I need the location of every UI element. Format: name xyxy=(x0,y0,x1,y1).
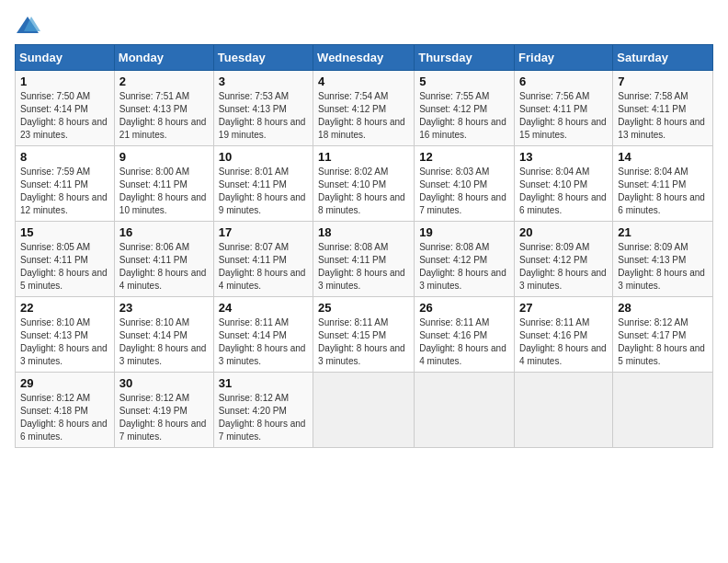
calendar-cell: 18Sunrise: 8:08 AMSunset: 4:11 PMDayligh… xyxy=(313,222,415,297)
day-info: Sunrise: 8:04 AMSunset: 4:10 PMDaylight:… xyxy=(519,166,608,217)
calendar-cell: 6Sunrise: 7:56 AMSunset: 4:11 PMDaylight… xyxy=(515,71,613,146)
day-number: 4 xyxy=(318,75,409,88)
calendar-week-row: 15Sunrise: 8:05 AMSunset: 4:11 PMDayligh… xyxy=(16,222,713,297)
day-number: 17 xyxy=(219,225,308,239)
day-number: 24 xyxy=(219,301,308,315)
days-of-week-row: SundayMondayTuesdayWednesdayThursdayFrid… xyxy=(16,45,713,71)
day-info: Sunrise: 8:11 AMSunset: 4:14 PMDaylight:… xyxy=(219,316,308,368)
day-of-week-header: Monday xyxy=(114,45,213,71)
day-info: Sunrise: 8:11 AMSunset: 4:16 PMDaylight:… xyxy=(519,316,608,368)
calendar-cell: 31Sunrise: 8:12 AMSunset: 4:20 PMDayligh… xyxy=(213,373,313,448)
day-info: Sunrise: 8:01 AMSunset: 4:11 PMDaylight:… xyxy=(219,166,308,217)
calendar-cell xyxy=(313,373,415,448)
calendar-week-row: 29Sunrise: 8:12 AMSunset: 4:18 PMDayligh… xyxy=(16,373,713,448)
day-info: Sunrise: 7:50 AMSunset: 4:14 PMDaylight:… xyxy=(20,90,109,142)
day-number: 23 xyxy=(119,301,209,315)
day-number: 29 xyxy=(20,376,109,390)
day-info: Sunrise: 8:10 AMSunset: 4:14 PMDaylight:… xyxy=(119,316,209,368)
calendar-cell: 23Sunrise: 8:10 AMSunset: 4:14 PMDayligh… xyxy=(114,297,213,373)
calendar-cell: 21Sunrise: 8:09 AMSunset: 4:13 PMDayligh… xyxy=(613,222,713,297)
day-info: Sunrise: 8:11 AMSunset: 4:16 PMDaylight:… xyxy=(419,316,509,368)
day-info: Sunrise: 8:05 AMSunset: 4:11 PMDaylight:… xyxy=(20,241,109,293)
day-info: Sunrise: 8:12 AMSunset: 4:17 PMDaylight:… xyxy=(618,316,708,368)
day-number: 25 xyxy=(318,301,409,315)
calendar-cell xyxy=(613,373,713,448)
calendar-cell: 8Sunrise: 7:59 AMSunset: 4:11 PMDaylight… xyxy=(16,146,115,222)
day-of-week-header: Wednesday xyxy=(313,45,415,71)
calendar-cell: 22Sunrise: 8:10 AMSunset: 4:13 PMDayligh… xyxy=(16,297,115,373)
day-of-week-header: Sunday xyxy=(16,45,115,71)
page-header xyxy=(15,15,713,35)
calendar-body: 1Sunrise: 7:50 AMSunset: 4:14 PMDaylight… xyxy=(16,71,713,448)
calendar-cell: 27Sunrise: 8:11 AMSunset: 4:16 PMDayligh… xyxy=(515,297,613,373)
day-number: 7 xyxy=(618,75,708,88)
day-info: Sunrise: 8:06 AMSunset: 4:11 PMDaylight:… xyxy=(119,241,209,293)
calendar-cell: 28Sunrise: 8:12 AMSunset: 4:17 PMDayligh… xyxy=(613,297,713,373)
day-info: Sunrise: 8:12 AMSunset: 4:18 PMDaylight:… xyxy=(20,392,109,443)
day-info: Sunrise: 8:04 AMSunset: 4:11 PMDaylight:… xyxy=(618,166,708,217)
calendar-week-row: 22Sunrise: 8:10 AMSunset: 4:13 PMDayligh… xyxy=(16,297,713,373)
day-number: 6 xyxy=(519,75,608,88)
day-info: Sunrise: 8:12 AMSunset: 4:19 PMDaylight:… xyxy=(119,392,209,443)
day-info: Sunrise: 7:51 AMSunset: 4:13 PMDaylight:… xyxy=(119,90,209,142)
day-number: 21 xyxy=(618,225,708,239)
day-of-week-header: Saturday xyxy=(613,45,713,71)
calendar-cell: 26Sunrise: 8:11 AMSunset: 4:16 PMDayligh… xyxy=(415,297,515,373)
day-number: 1 xyxy=(20,75,109,88)
calendar-cell: 2Sunrise: 7:51 AMSunset: 4:13 PMDaylight… xyxy=(114,71,213,146)
day-number: 3 xyxy=(219,75,308,88)
calendar-cell: 20Sunrise: 8:09 AMSunset: 4:12 PMDayligh… xyxy=(515,222,613,297)
day-info: Sunrise: 8:08 AMSunset: 4:11 PMDaylight:… xyxy=(318,241,409,293)
day-of-week-header: Tuesday xyxy=(213,45,313,71)
calendar-cell: 11Sunrise: 8:02 AMSunset: 4:10 PMDayligh… xyxy=(313,146,415,222)
day-number: 8 xyxy=(20,150,109,164)
day-number: 30 xyxy=(119,376,209,390)
day-number: 27 xyxy=(519,301,608,315)
day-info: Sunrise: 8:02 AMSunset: 4:10 PMDaylight:… xyxy=(318,166,409,217)
day-info: Sunrise: 8:07 AMSunset: 4:11 PMDaylight:… xyxy=(219,241,308,293)
logo xyxy=(15,15,44,35)
day-number: 9 xyxy=(119,150,209,164)
calendar-cell: 19Sunrise: 8:08 AMSunset: 4:12 PMDayligh… xyxy=(415,222,515,297)
calendar-cell xyxy=(415,373,515,448)
day-info: Sunrise: 7:53 AMSunset: 4:13 PMDaylight:… xyxy=(219,90,308,142)
day-number: 12 xyxy=(419,150,509,164)
calendar-cell: 5Sunrise: 7:55 AMSunset: 4:12 PMDaylight… xyxy=(415,71,515,146)
day-number: 22 xyxy=(20,301,109,315)
day-of-week-header: Thursday xyxy=(415,45,515,71)
calendar-cell: 7Sunrise: 7:58 AMSunset: 4:11 PMDaylight… xyxy=(613,71,713,146)
day-info: Sunrise: 8:11 AMSunset: 4:15 PMDaylight:… xyxy=(318,316,409,368)
logo-icon xyxy=(15,15,40,35)
day-number: 15 xyxy=(20,225,109,239)
day-info: Sunrise: 7:56 AMSunset: 4:11 PMDaylight:… xyxy=(519,90,608,142)
calendar-cell: 1Sunrise: 7:50 AMSunset: 4:14 PMDaylight… xyxy=(16,71,115,146)
day-number: 5 xyxy=(419,75,509,88)
day-info: Sunrise: 8:12 AMSunset: 4:20 PMDaylight:… xyxy=(219,392,308,443)
calendar-week-row: 8Sunrise: 7:59 AMSunset: 4:11 PMDaylight… xyxy=(16,146,713,222)
day-info: Sunrise: 8:10 AMSunset: 4:13 PMDaylight:… xyxy=(20,316,109,368)
calendar-week-row: 1Sunrise: 7:50 AMSunset: 4:14 PMDaylight… xyxy=(16,71,713,146)
calendar-cell: 30Sunrise: 8:12 AMSunset: 4:19 PMDayligh… xyxy=(114,373,213,448)
calendar-cell: 9Sunrise: 8:00 AMSunset: 4:11 PMDaylight… xyxy=(114,146,213,222)
calendar-table: SundayMondayTuesdayWednesdayThursdayFrid… xyxy=(15,44,713,448)
day-number: 14 xyxy=(618,150,708,164)
day-info: Sunrise: 8:00 AMSunset: 4:11 PMDaylight:… xyxy=(119,166,209,217)
day-number: 2 xyxy=(119,75,209,88)
day-number: 20 xyxy=(519,225,608,239)
calendar-cell: 3Sunrise: 7:53 AMSunset: 4:13 PMDaylight… xyxy=(213,71,313,146)
day-of-week-header: Friday xyxy=(515,45,613,71)
calendar-cell: 16Sunrise: 8:06 AMSunset: 4:11 PMDayligh… xyxy=(114,222,213,297)
day-info: Sunrise: 7:55 AMSunset: 4:12 PMDaylight:… xyxy=(419,90,509,142)
day-number: 31 xyxy=(219,376,308,390)
calendar-cell: 4Sunrise: 7:54 AMSunset: 4:12 PMDaylight… xyxy=(313,71,415,146)
calendar-cell: 24Sunrise: 8:11 AMSunset: 4:14 PMDayligh… xyxy=(213,297,313,373)
day-info: Sunrise: 7:58 AMSunset: 4:11 PMDaylight:… xyxy=(618,90,708,142)
day-info: Sunrise: 8:09 AMSunset: 4:13 PMDaylight:… xyxy=(618,241,708,293)
calendar-cell: 13Sunrise: 8:04 AMSunset: 4:10 PMDayligh… xyxy=(515,146,613,222)
calendar-cell: 10Sunrise: 8:01 AMSunset: 4:11 PMDayligh… xyxy=(213,146,313,222)
day-info: Sunrise: 8:09 AMSunset: 4:12 PMDaylight:… xyxy=(519,241,608,293)
calendar-cell: 12Sunrise: 8:03 AMSunset: 4:10 PMDayligh… xyxy=(415,146,515,222)
calendar-cell: 17Sunrise: 8:07 AMSunset: 4:11 PMDayligh… xyxy=(213,222,313,297)
day-number: 19 xyxy=(419,225,509,239)
calendar-cell xyxy=(515,373,613,448)
